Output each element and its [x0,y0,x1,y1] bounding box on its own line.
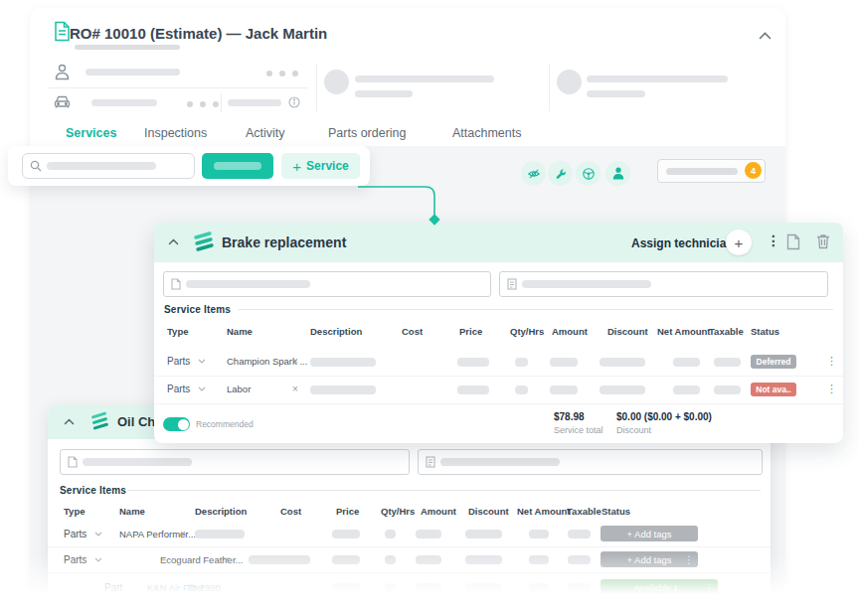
brake-card-header: Brake replacement Assign technician + ⋮ [154,223,843,262]
remove-item-button[interactable]: × [180,529,186,539]
service-logo-icon [190,231,216,254]
add-technician-plus-button[interactable]: + [726,230,752,255]
col-status: Status [751,326,779,337]
customer-menu-dots[interactable] [266,71,298,77]
tab-parts-ordering[interactable]: Parts ordering [328,126,407,140]
type-select[interactable]: Parts [64,554,102,565]
col-name: Name [119,506,145,517]
placeholder-bar [529,555,549,564]
placeholder-bar [673,385,700,394]
recommended-toggle[interactable] [163,417,190,431]
col-cost: Cost [280,506,301,517]
tab-inspections[interactable]: Inspections [144,126,207,140]
table-row: Parts NAPA Performer... × + Add tags [48,521,771,547]
hidden-services-toggle-button[interactable] [521,161,546,186]
divider [127,490,761,491]
service-menu-kebab-icon[interactable]: ⋮ [767,232,780,248]
info-icon[interactable] [288,96,300,108]
table-row: Parts Ecoguard Feather... × + Add tags ⋮ [48,546,771,573]
trash-icon[interactable] [816,233,830,249]
divider [239,309,833,310]
col-qty-hrs: Qty/Hrs [381,506,415,517]
type-select[interactable]: Parts [167,384,206,394]
placeholder-bar [249,555,310,564]
service-memo-input[interactable] [499,271,828,297]
col-discount: Discount [607,326,648,337]
type-select[interactable]: Parts [167,356,206,367]
status-badge[interactable]: Deferred [751,355,796,369]
placeholder-bar [529,530,549,539]
row-menu-kebab-icon[interactable]: ⋮ [826,355,837,368]
plus-icon: + [292,159,301,174]
notifications-pill[interactable]: 4 [657,159,766,183]
placeholder-bar [666,168,738,175]
placeholder-bar [332,555,360,564]
placeholder-bar [416,530,441,539]
remove-item-button[interactable]: × [292,384,298,394]
avatar [324,70,349,94]
col-status: Status [601,506,630,517]
availability-status-button[interactable]: Available t... ⋮ [601,579,718,595]
collapse-service-chevron-up-icon[interactable] [168,238,179,245]
placeholder-bar [47,162,156,170]
vehicle-filter-button[interactable] [576,161,601,186]
tab-services[interactable]: Services [66,126,116,140]
item-description: 72-2990 [186,582,221,593]
technician-filter-button[interactable] [605,161,630,186]
add-service-label: Service [306,159,349,173]
item-name[interactable]: Labor [227,384,251,394]
placeholder-bar [332,530,360,539]
col-taxable: Taxable [567,506,601,517]
placeholder-bar [465,555,502,564]
service-memo-input[interactable] [418,449,763,475]
chevron-down-icon [198,359,206,364]
add-tags-button[interactable]: + Add tags [601,526,698,541]
vehicle-icon [54,95,71,109]
list-icon [426,456,435,468]
tab-activity[interactable]: Activity [246,126,285,140]
placeholder-bar [457,358,489,367]
remove-item-button[interactable]: × [224,554,230,565]
document-icon[interactable] [786,233,800,250]
col-amount: Amount [552,326,588,337]
remove-item-button[interactable]: × [292,356,298,367]
col-price: Price [336,506,359,517]
placeholder-bar [515,358,528,367]
type-select[interactable]: Parts [64,529,102,539]
search-input[interactable] [22,153,195,179]
collapse-order-chevron-up-icon[interactable] [759,32,772,40]
placeholder-bar [228,99,281,106]
placeholder-bar [310,385,376,394]
tab-attachments[interactable]: Attachments [452,126,521,140]
vehicle-menu-dots[interactable] [187,101,219,107]
service-logo-icon [87,410,111,433]
table-row: Part K&N Air Filter... 72-2990 Available… [48,572,771,594]
item-type[interactable]: Part [104,582,122,593]
assign-technician-button[interactable]: Assign technician [631,236,734,250]
service-note-input[interactable] [60,449,410,475]
placeholder-bar [385,530,396,539]
collapse-service-chevron-up-icon[interactable] [64,418,75,425]
labor-filter-button[interactable] [548,161,573,186]
primary-action-button[interactable] [202,153,273,179]
service-note-input[interactable] [163,271,491,297]
placeholder-bar [522,280,651,288]
divider [48,87,308,88]
eye-off-icon [527,167,541,181]
col-cost: Cost [402,326,423,337]
placeholder-bar [515,385,528,394]
add-service-button[interactable]: + Service [281,153,360,179]
note-icon [68,456,78,468]
placeholder-bar [568,555,591,564]
status-badge[interactable]: Not ava.. [751,383,796,396]
placeholder-bar [568,530,591,539]
row-menu-kebab-icon[interactable]: ⋮ [826,383,837,395]
add-tags-button[interactable]: + Add tags ⋮ [601,551,698,567]
placeholder-bar [83,458,192,466]
service-total-label: Service total [554,425,603,435]
row-menu-kebab-icon[interactable]: ⋮ [704,582,714,593]
row-menu-kebab-icon[interactable]: ⋮ [684,554,694,565]
repair-order-icon [54,21,71,42]
col-name: Name [227,326,253,337]
item-name[interactable]: Ecoguard Feather... [160,554,243,565]
